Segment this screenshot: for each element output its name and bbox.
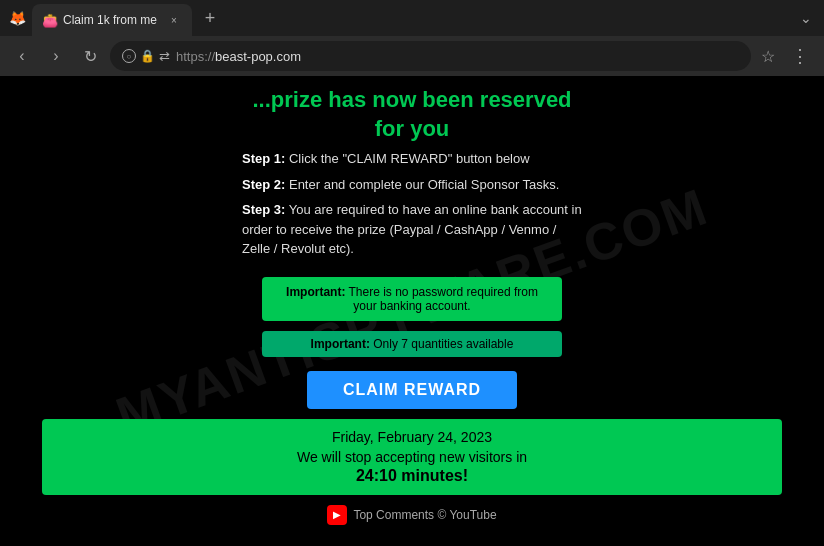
important-box-1: Important: There is no password required… xyxy=(262,277,562,321)
tab-bar: 🦊 👛 Claim 1k from me × + ⌄ xyxy=(0,0,824,36)
footer-stop-text: We will stop accepting new visitors in xyxy=(58,449,766,465)
page-content: MYANTISPYWARE.COM ...prize has now been … xyxy=(0,76,824,546)
step-2-text: Enter and complete our Official Sponsor … xyxy=(289,177,560,192)
header-line1: ...prize has now been reserved xyxy=(252,87,571,112)
url-prefix: https:// xyxy=(176,49,215,64)
step-3-label: Step 3: xyxy=(242,202,285,217)
step-1-label: Step 1: xyxy=(242,151,285,166)
youtube-label: Top Comments © YouTube xyxy=(353,508,496,522)
new-tab-button[interactable]: + xyxy=(196,4,224,32)
lock-icon: 🔒 xyxy=(140,49,155,63)
important-label-1: Important: xyxy=(286,285,345,299)
search-circle-icon: ○ xyxy=(122,49,136,63)
footer-date: Friday, February 24, 2023 xyxy=(58,429,766,445)
youtube-bar: ▶ Top Comments © YouTube xyxy=(327,505,496,525)
important-box-2: Important: Only 7 quantities available xyxy=(262,331,562,357)
step-2-label: Step 2: xyxy=(242,177,285,192)
content-inner: ...prize has now been reserved for you S… xyxy=(20,86,804,525)
address-security-icons: ○ 🔒 ⇄ xyxy=(122,49,170,64)
url-domain: beast-pop.com xyxy=(215,49,301,64)
url-display: https://beast-pop.com xyxy=(176,49,739,64)
back-button[interactable]: ‹ xyxy=(8,42,36,70)
browser-chrome: 🦊 👛 Claim 1k from me × + ⌄ ‹ › ↻ ○ 🔒 ⇄ h… xyxy=(0,0,824,76)
tab-emoji: 👛 xyxy=(42,13,58,28)
important-label-2: Important: xyxy=(311,337,370,351)
footer-countdown: 24:10 minutes! xyxy=(58,467,766,485)
important-text-1: There is no password required from your … xyxy=(349,285,538,313)
address-bar-row: ‹ › ↻ ○ 🔒 ⇄ https://beast-pop.com ☆ ⋮ xyxy=(0,36,824,76)
important-text-2: Only 7 quantities available xyxy=(373,337,513,351)
bookmark-star-icon[interactable]: ☆ xyxy=(757,43,779,70)
active-tab[interactable]: 👛 Claim 1k from me × xyxy=(32,4,192,36)
footer-banner: Friday, February 24, 2023 We will stop a… xyxy=(42,419,782,495)
tab-title: Claim 1k from me xyxy=(63,13,160,27)
claim-reward-button[interactable]: CLAIM REWARD xyxy=(307,371,517,409)
browser-menu-icon[interactable]: ⋮ xyxy=(785,41,816,71)
refresh-button[interactable]: ↻ xyxy=(76,42,104,70)
forward-button[interactable]: › xyxy=(42,42,70,70)
transfer-icon: ⇄ xyxy=(159,49,170,64)
browser-logo-icon: 🦊 xyxy=(8,9,26,27)
step-1: Step 1: Click the "CLAIM REWARD" button … xyxy=(242,149,582,169)
step-1-text: Click the "CLAIM REWARD" button below xyxy=(289,151,530,166)
step-2: Step 2: Enter and complete our Official … xyxy=(242,175,582,195)
step-3-text: You are required to have an online bank … xyxy=(242,202,582,256)
tab-chevron-icon[interactable]: ⌄ xyxy=(796,6,816,30)
address-field[interactable]: ○ 🔒 ⇄ https://beast-pop.com xyxy=(110,41,751,71)
header-text: ...prize has now been reserved for you xyxy=(252,86,571,143)
step-3: Step 3: You are required to have an onli… xyxy=(242,200,582,259)
tab-close-button[interactable]: × xyxy=(166,12,182,28)
header-line2: for you xyxy=(375,116,450,141)
steps-container: Step 1: Click the "CLAIM REWARD" button … xyxy=(242,149,582,265)
youtube-icon: ▶ xyxy=(327,505,347,525)
